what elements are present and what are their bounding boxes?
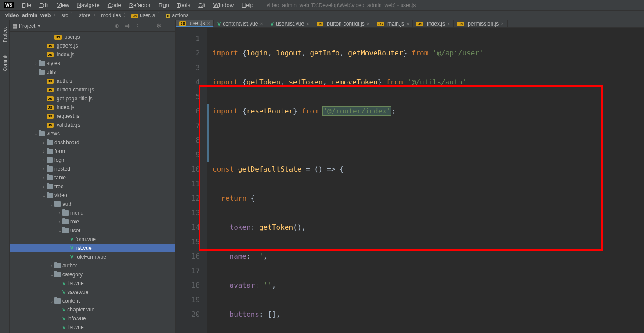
breadcrumb-item[interactable]: modules: [99, 12, 123, 18]
editor-tab[interactable]: JSmain.js×: [373, 20, 413, 27]
menu-help[interactable]: Help: [238, 0, 257, 10]
vue-icon: V: [62, 316, 65, 321]
menu-git[interactable]: Git: [195, 0, 209, 10]
tree-item[interactable]: ⌄content: [10, 296, 175, 305]
editor-tab[interactable]: JSbutton-control.js×: [313, 20, 374, 27]
tree-item[interactable]: JSrequest.js: [10, 112, 175, 121]
tree-item[interactable]: JSgetters.js: [10, 41, 175, 50]
breadcrumb-root[interactable]: video_admin_web: [4, 12, 52, 18]
tree-arrow-icon[interactable]: ⌄: [41, 193, 47, 198]
breadcrumb-item[interactable]: src: [59, 12, 70, 18]
tree-item[interactable]: JSuser.js: [10, 33, 175, 41]
tree-item[interactable]: JSvalidate.js: [10, 121, 175, 129]
close-icon[interactable]: ×: [501, 21, 503, 26]
tree-item[interactable]: ›login: [10, 156, 175, 165]
tree-arrow-icon[interactable]: ›: [41, 176, 47, 180]
tree-arrow-icon[interactable]: ›: [41, 140, 47, 145]
editor-content[interactable]: 1234567891011121314151617181920 import {…: [176, 28, 644, 333]
tree-arrow-icon[interactable]: ›: [57, 220, 62, 224]
tree-arrow-icon[interactable]: ›: [49, 263, 54, 268]
tree-item[interactable]: JSbutton-control.js: [10, 85, 175, 94]
menu-code[interactable]: Code: [104, 0, 125, 10]
line-number: 17: [176, 263, 200, 278]
close-icon[interactable]: ×: [447, 21, 450, 26]
tree-arrow-icon[interactable]: ›: [33, 61, 39, 66]
tree-item[interactable]: VroleForm.vue: [10, 252, 175, 261]
js-icon: JS: [47, 105, 55, 110]
tree-item[interactable]: Vsave.vue: [10, 288, 175, 296]
editor-tab[interactable]: JSuser.js×: [176, 20, 214, 27]
close-icon[interactable]: ×: [367, 21, 369, 26]
editor-tab[interactable]: JSindex.js×: [413, 20, 454, 27]
tree-arrow-icon[interactable]: ›: [41, 184, 47, 189]
close-icon[interactable]: ×: [207, 21, 210, 26]
menu-file[interactable]: File: [18, 0, 35, 10]
menu-view[interactable]: View: [53, 0, 72, 10]
editor-tab[interactable]: JSpermission.js×: [454, 20, 507, 27]
menu-navigate[interactable]: Navigate: [73, 0, 103, 10]
tree-arrow-icon[interactable]: ›: [41, 149, 47, 154]
tree-item[interactable]: ⌄views: [10, 129, 175, 138]
breadcrumb-item[interactable]: store: [77, 12, 92, 18]
tree-item[interactable]: ⌄category: [10, 270, 175, 279]
tree-item[interactable]: ⌄user: [10, 226, 175, 235]
collapse-icon[interactable]: ÷: [134, 22, 141, 29]
tree-item[interactable]: ›role: [10, 217, 175, 226]
tree-item[interactable]: ›dashboard: [10, 138, 175, 147]
tree-arrow-icon[interactable]: ›: [41, 158, 47, 163]
tree-item[interactable]: JSindex.js: [10, 50, 175, 59]
menu-window[interactable]: Window: [210, 0, 237, 10]
breadcrumb-symbol[interactable]: oactions: [164, 12, 191, 18]
tree-arrow-icon[interactable]: ⌄: [33, 132, 39, 136]
tree-item[interactable]: ›form: [10, 147, 175, 156]
tree-item[interactable]: ⌄auth: [10, 200, 175, 209]
tree-item[interactable]: Vform.vue: [10, 235, 175, 244]
tree-item[interactable]: ⌄utils: [10, 68, 175, 77]
gear-icon[interactable]: ✻: [155, 22, 162, 29]
close-icon[interactable]: ×: [306, 21, 309, 26]
sidebar-tab-commit[interactable]: Commit: [1, 51, 8, 75]
menu-run[interactable]: Run: [155, 0, 173, 10]
tree-arrow-icon[interactable]: ⌄: [33, 70, 39, 75]
tree-item[interactable]: Vinfo.vue: [10, 314, 175, 323]
code-line: const getDefaultState = () => {: [213, 162, 644, 176]
sidebar-tab-project[interactable]: Project: [1, 24, 8, 46]
tree-item[interactable]: ›menu: [10, 209, 175, 217]
tree-item[interactable]: Vchapter.vue: [10, 305, 175, 314]
expand-icon[interactable]: ⇉: [123, 22, 130, 29]
editor-tab[interactable]: Vcontent\list.vue×: [214, 20, 267, 27]
tree-arrow-icon[interactable]: ›: [41, 167, 47, 172]
tree-arrow-icon[interactable]: ⌄: [49, 202, 54, 207]
locate-icon[interactable]: ⊕: [113, 22, 120, 29]
close-icon[interactable]: ×: [406, 21, 409, 26]
main-area: Project Commit ▤ Project ▼ ⊕ ⇉ ÷ | ✻ — J…: [0, 20, 644, 333]
hide-icon[interactable]: —: [166, 22, 173, 29]
editor-tab[interactable]: Vuser\list.vue×: [267, 20, 313, 27]
project-tree[interactable]: JSuser.jsJSgetters.jsJSindex.js›styles⌄u…: [10, 32, 175, 333]
tree-arrow-icon[interactable]: ⌄: [49, 272, 54, 277]
tree-item[interactable]: ›tree: [10, 182, 175, 191]
menu-edit[interactable]: Edit: [36, 0, 52, 10]
tree-item[interactable]: JSget-page-title.js: [10, 94, 175, 103]
breadcrumb-file[interactable]: JSuser.js: [130, 12, 156, 18]
tree-arrow-icon[interactable]: ⌄: [57, 228, 62, 233]
tree-item[interactable]: Vlist.vue: [10, 244, 175, 252]
project-title[interactable]: ▤ Project ▼: [12, 23, 41, 29]
code-area[interactable]: import {login, logout, getInfo, getMoveR…: [207, 28, 644, 333]
tree-item[interactable]: ›table: [10, 173, 175, 182]
js-icon: JS: [47, 96, 55, 101]
tree-arrow-icon[interactable]: ›: [57, 211, 62, 216]
tree-item[interactable]: JSindex.js: [10, 103, 175, 112]
menu-refactor[interactable]: Refactor: [126, 0, 154, 10]
tree-item[interactable]: Vlist.vue: [10, 323, 175, 332]
menu-tools[interactable]: Tools: [174, 0, 194, 10]
tree-item[interactable]: ›author: [10, 261, 175, 270]
tree-item[interactable]: ›nested: [10, 165, 175, 173]
tree-item[interactable]: ›styles: [10, 59, 175, 68]
line-number: 15: [176, 234, 200, 249]
tree-arrow-icon[interactable]: ⌄: [49, 299, 54, 304]
close-icon[interactable]: ×: [260, 21, 263, 26]
tree-item[interactable]: JSauth.js: [10, 77, 175, 85]
tree-item[interactable]: ⌄video: [10, 191, 175, 200]
tree-item[interactable]: Vlist.vue: [10, 279, 175, 288]
